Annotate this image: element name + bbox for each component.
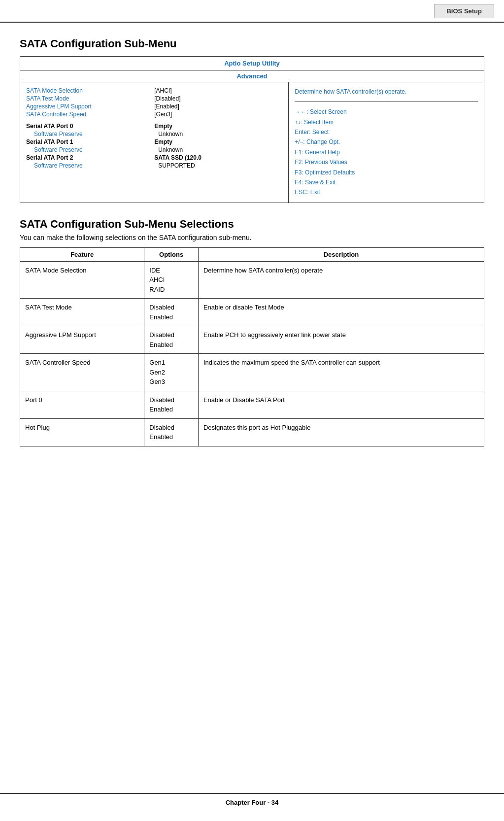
value-lpm: [Enabled] [154, 103, 282, 110]
label-port0: Serial ATA Port 0 [26, 123, 154, 130]
value-test-mode: [Disabled] [154, 95, 282, 102]
key-f3: F3: Optimized Defaults [295, 168, 478, 177]
key-esc: ESC: Exit [295, 187, 478, 197]
label-test-mode: SATA Test Mode [26, 95, 154, 102]
bios-row-port2: Serial ATA Port 2 SATA SSD (120.0 [26, 154, 282, 161]
cell-feature-3: SATA Controller Speed [20, 354, 144, 391]
bios-header: Aptio Setup Utility [20, 57, 484, 70]
cell-feature-5: Hot Plug [20, 418, 144, 446]
bios-right-panel: Determine how SATA controller(s) operate… [289, 82, 484, 203]
page-header: BIOS Setup [0, 0, 504, 23]
bios-port-rows: Serial ATA Port 0 Empty Software Preserv… [26, 123, 282, 169]
label-sw-preserve0: Software Preserve [26, 131, 158, 137]
table-row: SATA Test ModeDisabled EnabledEnable or … [20, 299, 484, 326]
table-header-row: Feature Options Description [20, 247, 484, 261]
bios-setup-tab: BIOS Setup [434, 4, 494, 18]
bios-row-sw-preserve0: Software Preserve Unknown [26, 131, 282, 137]
key-change-opt: +/–: Change Opt. [295, 137, 478, 147]
key-select-screen: →←: Select Screen [295, 107, 478, 117]
bios-row-sw-preserve1: Software Preserve Unknown [26, 146, 282, 153]
main-content: SATA Configuration Sub-Menu Aptio Setup … [0, 28, 504, 476]
cell-options-2: Disabled Enabled [144, 326, 199, 354]
selections-table: Feature Options Description SATA Mode Se… [20, 247, 484, 446]
cell-feature-1: SATA Test Mode [20, 299, 144, 326]
cell-feature-0: SATA Mode Selection [20, 261, 144, 299]
value-speed: [Gen3] [154, 111, 282, 118]
bios-nav: Advanced [20, 70, 484, 82]
cell-options-4: Disabled Enabled [144, 391, 199, 418]
table-row: SATA Mode SelectionIDE AHCI RAIDDetermin… [20, 261, 484, 299]
cell-description-4: Enable or Disable SATA Port [198, 391, 484, 418]
label-sw-preserve1: Software Preserve [26, 146, 158, 153]
label-port2: Serial ATA Port 2 [26, 154, 154, 161]
table-row: Port 0Disabled EnabledEnable or Disable … [20, 391, 484, 418]
section2-subtitle: You can make the following selections on… [20, 234, 484, 241]
cell-feature-4: Port 0 [20, 391, 144, 418]
cell-description-5: Designates this port as Hot Pluggable [198, 418, 484, 446]
key-f2: F2: Previous Values [295, 157, 478, 167]
value-port2: SATA SSD (120.0 [154, 154, 282, 161]
label-speed: SATA Controller Speed [26, 111, 154, 118]
key-select-item: ↑↓: Select Item [295, 117, 478, 127]
value-port1: Empty [154, 138, 282, 145]
value-sata-mode: [AHCI] [154, 87, 282, 94]
label-port1: Serial ATA Port 1 [26, 138, 154, 145]
table-row: SATA Controller SpeedGen1 Gen2 Gen3Indic… [20, 354, 484, 391]
bios-row-port1: Serial ATA Port 1 Empty [26, 138, 282, 145]
value-sw-preserve1: Unknown [158, 146, 282, 153]
key-f1: F1: General Help [295, 147, 478, 157]
value-sw-preserve2: SUPPORTED [158, 162, 282, 169]
col-header-feature: Feature [20, 247, 144, 261]
cell-options-1: Disabled Enabled [144, 299, 199, 326]
bios-left-panel: SATA Mode Selection [AHCI] SATA Test Mod… [20, 82, 289, 203]
bios-body: SATA Mode Selection [AHCI] SATA Test Mod… [20, 82, 484, 203]
section1-title: SATA Configuration Sub-Menu [20, 37, 484, 50]
key-enter: Enter: Select [295, 127, 478, 137]
cell-description-0: Determine how SATA controller(s) operate [198, 261, 484, 299]
table-row: Aggressive LPM SupportDisabled EnabledEn… [20, 326, 484, 354]
bios-ui-box: Aptio Setup Utility Advanced SATA Mode S… [20, 56, 484, 203]
value-port0: Empty [154, 123, 282, 130]
label-lpm: Aggressive LPM Support [26, 103, 154, 110]
bios-top-rows: SATA Mode Selection [AHCI] SATA Test Mod… [26, 87, 282, 118]
bios-row-sw-preserve2: Software Preserve SUPPORTED [26, 162, 282, 169]
cell-feature-2: Aggressive LPM Support [20, 326, 144, 354]
page-footer: Chapter Four - 34 [0, 793, 504, 806]
cell-description-1: Enable or disable Test Mode [198, 299, 484, 326]
cell-options-0: IDE AHCI RAID [144, 261, 199, 299]
section2-title: SATA Configuration Sub-Menu Selections [20, 218, 484, 231]
key-f4: F4: Save & Exit [295, 177, 478, 187]
label-sata-mode: SATA Mode Selection [26, 87, 154, 94]
cell-options-3: Gen1 Gen2 Gen3 [144, 354, 199, 391]
bios-row-sata-mode: SATA Mode Selection [AHCI] [26, 87, 282, 94]
label-sw-preserve2: Software Preserve [26, 162, 158, 169]
bios-row-speed: SATA Controller Speed [Gen3] [26, 111, 282, 118]
value-sw-preserve0: Unknown [158, 131, 282, 137]
bios-key-guide: →←: Select Screen ↑↓: Select Item Enter:… [295, 107, 478, 198]
col-header-description: Description [198, 247, 484, 261]
bios-row-port0: Serial ATA Port 0 Empty [26, 123, 282, 130]
cell-description-2: Enable PCH to aggressively enter link po… [198, 326, 484, 354]
bios-row-lpm: Aggressive LPM Support [Enabled] [26, 103, 282, 110]
footer-label: Chapter Four - 34 [226, 799, 279, 806]
cell-options-5: Disabled Enabled [144, 418, 199, 446]
bios-description-text: Determine how SATA controller(s) operate… [295, 87, 478, 102]
cell-description-3: Indicates the maximum speed the SATA con… [198, 354, 484, 391]
bios-row-test-mode: SATA Test Mode [Disabled] [26, 95, 282, 102]
col-header-options: Options [144, 247, 199, 261]
table-row: Hot PlugDisabled EnabledDesignates this … [20, 418, 484, 446]
